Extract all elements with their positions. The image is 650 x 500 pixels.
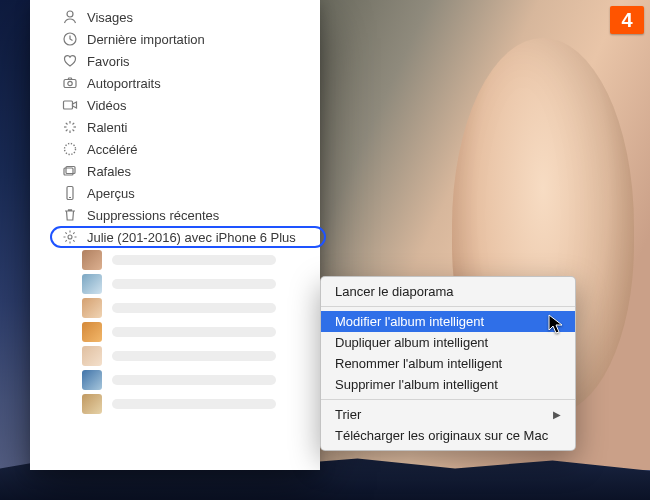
svg-point-18 — [68, 235, 72, 239]
redacted-label — [112, 255, 276, 265]
sidebar-item-label: Accéléré — [87, 142, 138, 157]
sidebar-item-derniere-importation[interactable]: Dernière importation — [30, 28, 320, 50]
step-badge: 4 — [610, 6, 644, 34]
ctx-separator — [321, 399, 575, 400]
ctx-label: Dupliquer album intelligent — [335, 335, 488, 350]
ctx-trier[interactable]: Trier▶ — [321, 404, 575, 425]
sidebar-item-label: Rafales — [87, 164, 131, 179]
ctx-dupliquer-album[interactable]: Dupliquer album intelligent — [321, 332, 575, 353]
album-row[interactable] — [30, 320, 320, 344]
sidebar-item-label: Ralenti — [87, 120, 127, 135]
sidebar-item-apercus[interactable]: Aperçus — [30, 182, 320, 204]
phone-icon — [62, 185, 78, 201]
photos-sidebar: Visages Dernière importation Favoris Aut… — [30, 0, 320, 470]
ctx-lancer-diaporama[interactable]: Lancer le diaporama — [321, 281, 575, 302]
svg-rect-2 — [64, 80, 76, 88]
svg-line-6 — [73, 123, 75, 125]
sidebar-item-rafales[interactable]: Rafales — [30, 160, 320, 182]
album-thumb — [82, 322, 102, 342]
album-row[interactable] — [30, 296, 320, 320]
sidebar-item-suppressions[interactable]: Suppressions récentes — [30, 204, 320, 226]
album-thumb — [82, 394, 102, 414]
sidebar-item-videos[interactable]: Vidéos — [30, 94, 320, 116]
svg-rect-4 — [64, 101, 73, 109]
spinner-icon — [62, 119, 78, 135]
sidebar-item-label: Visages — [87, 10, 133, 25]
ctx-label: Lancer le diaporama — [335, 284, 454, 299]
ctx-modifier-album[interactable]: Modifier l'album intelligent — [321, 311, 575, 332]
clock-icon — [62, 31, 78, 47]
ctx-label: Renommer l'album intelligent — [335, 356, 502, 371]
ctx-label: Trier — [335, 407, 361, 422]
redacted-label — [112, 375, 276, 385]
trash-icon — [62, 207, 78, 223]
burst-icon — [62, 163, 78, 179]
redacted-label — [112, 399, 276, 409]
sidebar-item-smart-album[interactable]: Julie (201-2016) avec iPhone 6 Plus — [30, 226, 320, 248]
svg-line-8 — [73, 130, 75, 132]
sidebar-item-autoportraits[interactable]: Autoportraits — [30, 72, 320, 94]
svg-line-10 — [66, 130, 68, 132]
sidebar-item-ralenti[interactable]: Ralenti — [30, 116, 320, 138]
album-row[interactable] — [30, 272, 320, 296]
sidebar-item-label: Favoris — [87, 54, 130, 69]
svg-point-3 — [68, 81, 72, 85]
sidebar-item-label: Vidéos — [87, 98, 127, 113]
ctx-supprimer-album[interactable]: Supprimer l'album intelligent — [321, 374, 575, 395]
context-menu: Lancer le diaporama Modifier l'album int… — [320, 276, 576, 451]
heart-icon — [62, 53, 78, 69]
sidebar-item-label: Autoportraits — [87, 76, 161, 91]
submenu-arrow-icon: ▶ — [553, 409, 561, 420]
album-thumb — [82, 250, 102, 270]
ctx-telecharger-originaux[interactable]: Télécharger les originaux sur ce Mac — [321, 425, 575, 446]
sidebar-item-visages[interactable]: Visages — [30, 6, 320, 28]
album-thumb — [82, 298, 102, 318]
video-icon — [62, 97, 78, 113]
redacted-label — [112, 303, 276, 313]
ctx-label: Télécharger les originaux sur ce Mac — [335, 428, 548, 443]
album-thumb — [82, 346, 102, 366]
album-row[interactable] — [30, 392, 320, 416]
sidebar-item-favoris[interactable]: Favoris — [30, 50, 320, 72]
album-thumb — [82, 370, 102, 390]
redacted-label — [112, 279, 276, 289]
spinner-fast-icon — [62, 141, 78, 157]
sidebar-item-label: Aperçus — [87, 186, 135, 201]
sidebar-item-accelere[interactable]: Accéléré — [30, 138, 320, 160]
svg-line-12 — [66, 123, 68, 125]
album-thumb — [82, 274, 102, 294]
person-icon — [62, 9, 78, 25]
ctx-label: Supprimer l'album intelligent — [335, 377, 498, 392]
ctx-renommer-album[interactable]: Renommer l'album intelligent — [321, 353, 575, 374]
ctx-separator — [321, 306, 575, 307]
album-row[interactable] — [30, 344, 320, 368]
album-row[interactable] — [30, 248, 320, 272]
sidebar-item-label: Dernière importation — [87, 32, 205, 47]
sidebar-item-label: Suppressions récentes — [87, 208, 219, 223]
redacted-label — [112, 327, 276, 337]
album-row[interactable] — [30, 368, 320, 392]
camera-icon — [62, 75, 78, 91]
svg-point-13 — [65, 144, 76, 155]
svg-point-0 — [67, 11, 73, 17]
ctx-label: Modifier l'album intelligent — [335, 314, 484, 329]
sidebar-item-label: Julie (201-2016) avec iPhone 6 Plus — [87, 230, 296, 245]
gear-icon — [62, 229, 78, 245]
redacted-label — [112, 351, 276, 361]
desktop-background: 4 Visages Dernière importation Favoris A… — [0, 0, 650, 500]
